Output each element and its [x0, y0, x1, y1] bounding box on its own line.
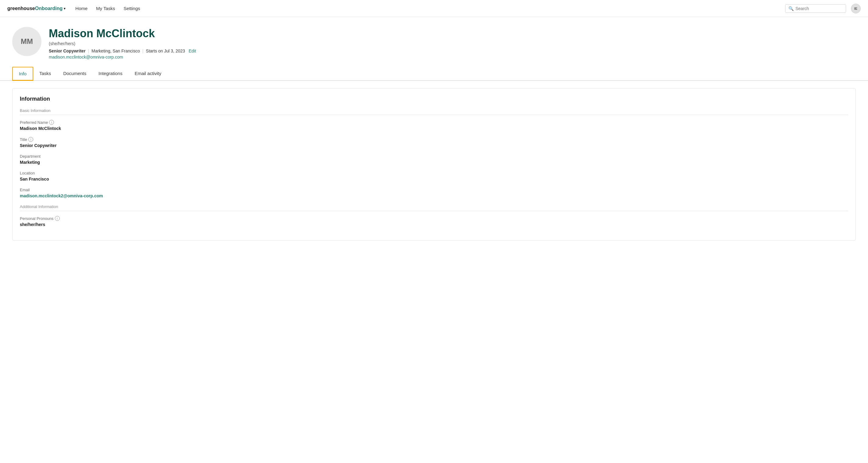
navbar: greenhouse Onboarding ▾ Home My Tasks Se… — [0, 0, 868, 17]
basic-info-divider: Basic Information — [20, 108, 848, 115]
additional-info-divider: Additional Information — [20, 204, 848, 211]
meta-divider-1: | — [88, 49, 89, 53]
field-preferred-name: Preferred Name i Madison McClintock — [20, 120, 848, 131]
brand-logo[interactable]: greenhouse Onboarding ▾ — [7, 6, 65, 11]
tab-email-activity[interactable]: Email activity — [129, 67, 167, 81]
tab-documents[interactable]: Documents — [57, 67, 92, 81]
profile-meta: Senior Copywriter | Marketing, San Franc… — [49, 49, 856, 53]
field-label-location: Location — [20, 171, 848, 175]
field-value-department: Marketing — [20, 160, 848, 165]
field-email: Email madison.mcclintock2@omniva-corp.co… — [20, 187, 848, 198]
nav-settings[interactable]: Settings — [124, 6, 140, 11]
profile-start-date: Starts on Jul 3, 2023 — [146, 49, 185, 53]
profile-edit-link[interactable]: Edit — [189, 49, 196, 53]
field-location: Location San Francisco — [20, 171, 848, 181]
field-department: Department Marketing — [20, 154, 848, 165]
chevron-down-icon: ▾ — [64, 6, 65, 11]
search-box: 🔍 — [785, 4, 846, 13]
field-value-personal-pronouns: she/her/hers — [20, 222, 848, 227]
personal-pronouns-info-icon[interactable]: i — [55, 216, 60, 221]
field-label-title: Title i — [20, 137, 848, 142]
field-personal-pronouns: Personal Pronouns i she/her/hers — [20, 216, 848, 227]
nav-links: Home My Tasks Settings — [75, 6, 785, 11]
tabs-container: Info Tasks Documents Integrations Email … — [0, 67, 868, 81]
tab-info[interactable]: Info — [12, 67, 33, 81]
profile-avatar: MM — [12, 27, 41, 56]
profile-email[interactable]: madison.mcclintock@omniva-corp.com — [49, 55, 856, 59]
tab-integrations[interactable]: Integrations — [92, 67, 128, 81]
profile-pronouns: (she/her/hers) — [49, 41, 856, 46]
field-value-preferred-name: Madison McClintock — [20, 126, 848, 131]
content-area: Information Basic Information Preferred … — [0, 81, 868, 248]
profile-department-location: Marketing, San Francisco — [91, 49, 140, 53]
field-value-location: San Francisco — [20, 177, 848, 181]
field-label-personal-pronouns: Personal Pronouns i — [20, 216, 848, 221]
avatar[interactable]: IE — [851, 4, 861, 13]
brand-greenhouse-text: greenhouse — [7, 6, 35, 11]
profile-header: MM Madison McClintock (she/her/hers) Sen… — [0, 17, 868, 67]
title-info-icon[interactable]: i — [28, 137, 33, 142]
brand-onboarding-text: Onboarding — [35, 6, 63, 11]
field-label-preferred-name: Preferred Name i — [20, 120, 848, 125]
meta-divider-2: | — [142, 49, 144, 53]
field-value-email[interactable]: madison.mcclintock2@omniva-corp.com — [20, 193, 848, 198]
field-label-department: Department — [20, 154, 848, 158]
nav-my-tasks[interactable]: My Tasks — [96, 6, 115, 11]
profile-info: Madison McClintock (she/her/hers) Senior… — [49, 27, 856, 59]
preferred-name-info-icon[interactable]: i — [49, 120, 54, 125]
search-input[interactable] — [796, 6, 843, 11]
field-title: Title i Senior Copywriter — [20, 137, 848, 148]
section-title: Information — [20, 96, 848, 102]
search-icon: 🔍 — [788, 6, 794, 11]
tab-tasks[interactable]: Tasks — [33, 67, 57, 81]
field-value-title: Senior Copywriter — [20, 143, 848, 148]
info-card: Information Basic Information Preferred … — [12, 88, 856, 241]
nav-home[interactable]: Home — [75, 6, 88, 11]
profile-title: Senior Copywriter — [49, 49, 86, 53]
field-label-email: Email — [20, 187, 848, 192]
profile-name: Madison McClintock — [49, 27, 856, 40]
